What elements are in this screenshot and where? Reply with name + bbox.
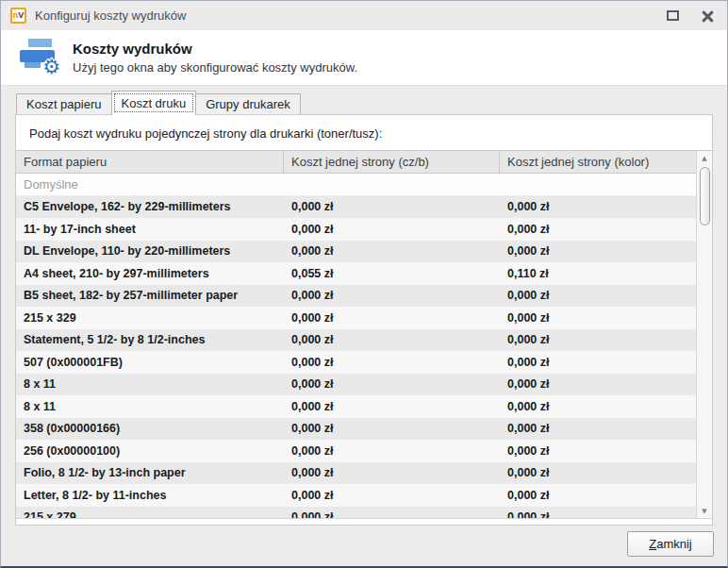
cell-bw: 0,000 zł bbox=[284, 440, 500, 462]
cell-color: 0,000 zł bbox=[500, 440, 696, 462]
printer-gear-icon: ⚙ bbox=[20, 38, 61, 77]
cell-format: 11- by 17-inch sheet bbox=[16, 218, 284, 241]
cell-bw: 0,055 zł bbox=[284, 262, 500, 285]
close-icon[interactable] bbox=[701, 9, 714, 23]
scroll-down-icon[interactable]: ▼ bbox=[697, 504, 712, 518]
column-header-color-cost[interactable]: Koszt jednej strony (kolor) bbox=[500, 151, 696, 173]
column-header-format[interactable]: Format papieru bbox=[16, 151, 284, 173]
table-row[interactable]: 358 (0x00000166)0,000 zł0,000 zł bbox=[16, 418, 696, 441]
tab-bar: Koszt papieru Koszt druku Grupy drukarek bbox=[1, 86, 727, 114]
cell-bw: 0,000 zł bbox=[284, 285, 500, 308]
cell-color: 0,000 zł bbox=[500, 374, 696, 396]
table-row[interactable]: 8 x 110,000 zł0,000 zł bbox=[16, 374, 696, 396]
cell-color: 0,000 zł bbox=[500, 196, 696, 219]
cell-bw: 0,000 zł bbox=[284, 374, 500, 396]
vertical-scrollbar[interactable]: ▲ ▼ bbox=[696, 151, 712, 518]
header-texts: Koszty wydruków Użyj tego okna aby skonf… bbox=[73, 41, 357, 75]
cell-color: 0,000 zł bbox=[500, 218, 696, 241]
cell-format: DL Envelope, 110- by 220-millimeters bbox=[16, 241, 284, 263]
close-button-accel: Z bbox=[649, 537, 656, 551]
cell-bw: 0,000 zł bbox=[284, 218, 500, 241]
cell-color: 0,000 zł bbox=[500, 507, 696, 519]
page-subtitle: Użyj tego okna aby skonfigurować koszty … bbox=[73, 60, 357, 75]
cell-bw: 0,000 zł bbox=[284, 241, 500, 263]
tab-koszt-papieru[interactable]: Koszt papieru bbox=[16, 93, 112, 114]
table-row[interactable]: 507 (0x000001FB)0,000 zł0,000 zł bbox=[16, 351, 696, 374]
table-row[interactable]: Letter, 8 1/2- by 11-inches0,000 zł0,000… bbox=[16, 484, 696, 507]
cell-bw: 0,000 zł bbox=[284, 307, 500, 329]
cell-bw: 0,000 zł bbox=[284, 418, 500, 441]
cell-format: 507 (0x000001FB) bbox=[16, 351, 284, 374]
table-row[interactable]: 215 x 3290,000 zł0,000 zł bbox=[16, 307, 696, 329]
table-row[interactable]: 11- by 17-inch sheet0,000 zł0,000 zł bbox=[16, 218, 696, 241]
app-icon: nV bbox=[10, 8, 26, 24]
close-button[interactable]: Zamknij bbox=[627, 531, 714, 557]
cell-format: 215 x 329 bbox=[16, 307, 284, 329]
titlebar: nV Konfiguruj koszty wydruków bbox=[1, 1, 727, 30]
window-title: Konfiguruj koszty wydruków bbox=[35, 8, 186, 23]
group-row-default: Domyślne bbox=[16, 174, 696, 196]
cell-bw: 0,000 zł bbox=[284, 351, 500, 374]
table-row[interactable]: DL Envelope, 110- by 220-millimeters0,00… bbox=[16, 241, 696, 263]
printer-icon-paper bbox=[28, 39, 52, 47]
page-title: Koszty wydruków bbox=[73, 41, 357, 57]
cell-bw: 0,000 zł bbox=[284, 462, 500, 485]
maximize-icon[interactable] bbox=[667, 10, 679, 21]
gear-icon: ⚙ bbox=[42, 58, 60, 77]
printer-icon-tray bbox=[25, 62, 41, 68]
cell-format: 215 x 279 bbox=[16, 507, 284, 519]
cell-format: 8 x 11 bbox=[16, 374, 284, 396]
table-header-row: Format papieru Koszt jednej strony (cz/b… bbox=[16, 151, 696, 174]
cell-bw: 0,000 zł bbox=[284, 507, 500, 519]
table-row[interactable]: B5 sheet, 182- by 257-millimeter paper0,… bbox=[16, 285, 696, 308]
tab-grupy-drukarek[interactable]: Grupy drukarek bbox=[195, 93, 301, 114]
cell-color: 0,000 zł bbox=[500, 484, 696, 507]
cell-color: 0,000 zł bbox=[500, 285, 696, 308]
table-row[interactable]: 256 (0x00000100)0,000 zł0,000 zł bbox=[16, 440, 696, 462]
cell-format: A4 sheet, 210- by 297-millimeters bbox=[16, 262, 284, 285]
table-row[interactable]: Folio, 8 1/2- by 13-inch paper0,000 zł0,… bbox=[16, 462, 696, 485]
table-row[interactable]: 8 x 110,000 zł0,000 zł bbox=[16, 395, 696, 418]
cost-table: Format papieru Koszt jednej strony (cz/b… bbox=[16, 150, 712, 519]
dialog-window: nV Konfiguruj koszty wydruków ⚙ Koszty w… bbox=[0, 0, 728, 568]
tab-koszt-druku[interactable]: Koszt druku bbox=[111, 91, 197, 115]
cell-color: 0,000 zł bbox=[500, 418, 696, 441]
cell-color: 0,110 zł bbox=[500, 262, 696, 285]
cell-format: 8 x 11 bbox=[16, 395, 284, 418]
table-row[interactable]: 215 x 2790,000 zł0,000 zł bbox=[16, 507, 696, 519]
table-main: Format papieru Koszt jednej strony (cz/b… bbox=[16, 151, 696, 518]
close-button-rest: amknij bbox=[656, 537, 692, 551]
scrollbar-thumb[interactable] bbox=[700, 167, 710, 226]
instruction-label: Podaj koszt wydruku pojedynczej strony d… bbox=[16, 115, 712, 141]
cell-color: 0,000 zł bbox=[500, 329, 696, 352]
cell-color: 0,000 zł bbox=[500, 307, 696, 329]
dialog-footer: Zamknij bbox=[1, 523, 727, 566]
table-body: Domyślne C5 Envelope, 162- by 229-millim… bbox=[16, 174, 696, 518]
cell-bw: 0,000 zł bbox=[284, 395, 500, 418]
table-row[interactable]: Statement, 5 1/2- by 8 1/2-inches0,000 z… bbox=[16, 329, 696, 352]
cell-color: 0,000 zł bbox=[500, 241, 696, 263]
cell-bw: 0,000 zł bbox=[284, 329, 500, 352]
dialog-header: ⚙ Koszty wydruków Użyj tego okna aby sko… bbox=[1, 30, 727, 86]
table-row[interactable]: A4 sheet, 210- by 297-millimeters0,055 z… bbox=[16, 262, 696, 285]
cell-format: C5 Envelope, 162- by 229-millimeters bbox=[16, 196, 284, 219]
cell-format: Letter, 8 1/2- by 11-inches bbox=[16, 484, 284, 507]
table-row[interactable]: C5 Envelope, 162- by 229-millimeters0,00… bbox=[16, 196, 696, 219]
cell-format: Folio, 8 1/2- by 13-inch paper bbox=[16, 462, 284, 485]
scroll-up-icon[interactable]: ▲ bbox=[697, 151, 712, 165]
cell-color: 0,000 zł bbox=[500, 395, 696, 418]
cell-bw: 0,000 zł bbox=[284, 196, 500, 219]
column-header-bw-cost[interactable]: Koszt jednej strony (cz/b) bbox=[284, 151, 500, 173]
cell-format: B5 sheet, 182- by 257-millimeter paper bbox=[16, 285, 284, 308]
cell-bw: 0,000 zł bbox=[284, 484, 500, 507]
cell-format: 256 (0x00000100) bbox=[16, 440, 284, 462]
window-controls bbox=[667, 9, 714, 23]
app-icon-letter-v: V bbox=[18, 11, 24, 20]
cell-color: 0,000 zł bbox=[500, 462, 696, 485]
cell-format: Statement, 5 1/2- by 8 1/2-inches bbox=[16, 329, 284, 352]
tab-panel: Podaj koszt wydruku pojedynczej strony d… bbox=[15, 114, 713, 526]
cell-format: 358 (0x00000166) bbox=[16, 418, 284, 441]
cell-color: 0,000 zł bbox=[500, 351, 696, 374]
